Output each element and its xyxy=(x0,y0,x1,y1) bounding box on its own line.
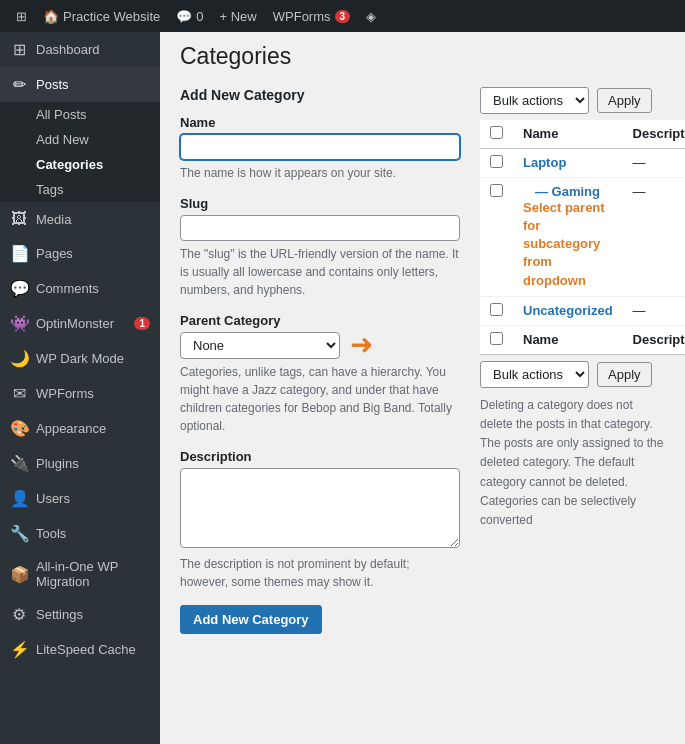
select-all-checkbox-bottom[interactable] xyxy=(490,332,503,345)
apply-button-bottom[interactable]: Apply xyxy=(597,362,652,387)
sidebar-item-media[interactable]: 🖼 Media xyxy=(0,202,160,236)
description-textarea[interactable] xyxy=(180,468,460,548)
category-table-section: Bulk actions Delete Apply xyxy=(480,87,665,634)
sidebar-label-plugins: Plugins xyxy=(36,456,79,471)
sidebar-item-tools[interactable]: 🔧 Tools xyxy=(0,516,160,551)
bulk-actions-select-top[interactable]: Bulk actions Delete xyxy=(480,87,589,114)
add-new-category-button[interactable]: Add New Category xyxy=(180,605,322,634)
sidebar-label-dashboard: Dashboard xyxy=(36,42,100,57)
wp-logo-icon: ⊞ xyxy=(16,9,27,24)
sidebar-label-appearance: Appearance xyxy=(36,421,106,436)
description-field: Description The description is not promi… xyxy=(180,449,460,591)
name-input[interactable] xyxy=(180,134,460,160)
table-row: — Gaming Select parent for subcategoryfr… xyxy=(480,177,685,296)
adminbar-extra[interactable]: ◈ xyxy=(358,0,384,32)
media-icon: 🖼 xyxy=(10,210,28,228)
sidebar-label-litespeed: LiteSpeed Cache xyxy=(36,642,136,657)
adminbar-logo[interactable]: ⊞ xyxy=(8,0,35,32)
comment-icon: 💬 xyxy=(176,9,192,24)
cat-name-laptop: Laptop xyxy=(513,148,623,177)
description-label: Description xyxy=(180,449,460,464)
name-field: Name The name is how it appears on your … xyxy=(180,115,460,182)
dark-mode-icon: 🌙 xyxy=(10,349,28,368)
posts-icon: ✏ xyxy=(10,75,28,94)
pages-icon: 📄 xyxy=(10,244,28,263)
main-content: Categories Add New Category Name The nam… xyxy=(160,32,685,744)
tablenav-bottom: Bulk actions Delete Apply xyxy=(480,361,665,388)
sidebar-item-settings[interactable]: ⚙ Settings xyxy=(0,597,160,632)
apply-button-top[interactable]: Apply xyxy=(597,88,652,113)
col-description-header: Description xyxy=(623,120,685,149)
sidebar-item-pages[interactable]: 📄 Pages xyxy=(0,236,160,271)
sidebar-item-wpforms[interactable]: ✉ WPForms xyxy=(0,376,160,411)
cat-desc-uncategorized: — xyxy=(623,296,685,325)
slug-input[interactable] xyxy=(180,215,460,241)
sidebar-label-wpforms: WPForms xyxy=(36,386,94,401)
sidebar-item-dashboard[interactable]: ⊞ Dashboard xyxy=(0,32,160,67)
sidebar-label-optinmonster: OptinMonster xyxy=(36,316,114,331)
sidebar-item-users[interactable]: 👤 Users xyxy=(0,481,160,516)
select-all-checkbox[interactable] xyxy=(490,126,503,139)
sidebar-label-posts: Posts xyxy=(36,77,69,92)
row-check-gaming xyxy=(480,177,513,296)
tools-icon: 🔧 xyxy=(10,524,28,543)
submenu-tags[interactable]: Tags xyxy=(0,177,160,202)
sidebar-item-litespeed[interactable]: ⚡ LiteSpeed Cache xyxy=(0,632,160,667)
parent-desc: Categories, unlike tags, can have a hier… xyxy=(180,363,460,435)
allinone-icon: 📦 xyxy=(10,565,28,584)
sidebar-item-posts[interactable]: ✏ Posts xyxy=(0,67,160,102)
sidebar-label-dark-mode: WP Dark Mode xyxy=(36,351,124,366)
tablenav-top: Bulk actions Delete Apply xyxy=(480,87,665,114)
bottom-note: Deleting a category does not delete the … xyxy=(480,396,665,530)
slug-desc: The "slug" is the URL-friendly version o… xyxy=(180,245,460,299)
dashboard-icon: ⊞ xyxy=(10,40,28,59)
plugins-icon: 🔌 xyxy=(10,454,28,473)
arrow-annotation-icon: ➜ xyxy=(350,328,373,361)
row-check-uncategorized xyxy=(480,296,513,325)
annotation-text: Select parent for subcategoryfrom dropdo… xyxy=(523,200,605,288)
adminbar-new[interactable]: + New xyxy=(212,0,265,32)
cat-link-uncategorized[interactable]: Uncategorized xyxy=(523,303,613,318)
form-section-title: Add New Category xyxy=(180,87,460,103)
cat-desc-laptop: — xyxy=(623,148,685,177)
adminbar-comments[interactable]: 💬 0 xyxy=(168,0,211,32)
parent-category-select[interactable]: None Laptop Gaming xyxy=(180,332,340,359)
row-check-laptop xyxy=(480,148,513,177)
sidebar-item-allinone[interactable]: 📦 All-in-One WP Migration xyxy=(0,551,160,597)
sidebar-item-appearance[interactable]: 🎨 Appearance xyxy=(0,411,160,446)
sidebar-item-comments[interactable]: 💬 Comments xyxy=(0,271,160,306)
row-checkbox-gaming[interactable] xyxy=(490,184,503,197)
add-category-form: Add New Category Name The name is how it… xyxy=(180,87,460,634)
cat-link-laptop[interactable]: Laptop xyxy=(523,155,566,170)
sidebar-item-optinmonster[interactable]: 👾 OptinMonster 1 xyxy=(0,306,160,341)
col-check-footer xyxy=(480,325,513,354)
adminbar-site[interactable]: 🏠 Practice Website xyxy=(35,0,168,32)
row-checkbox-uncategorized[interactable] xyxy=(490,303,503,316)
admin-sidebar: ⊞ Dashboard ✏ Posts All Posts Add New Ca… xyxy=(0,32,160,744)
submenu-add-new[interactable]: Add New xyxy=(0,127,160,152)
admin-bar: ⊞ 🏠 Practice Website 💬 0 + New WPForms 3… xyxy=(0,0,685,32)
submenu-all-posts[interactable]: All Posts xyxy=(0,102,160,127)
cat-name-uncategorized: Uncategorized xyxy=(513,296,623,325)
description-note: The description is not prominent by defa… xyxy=(180,555,460,591)
wpforms-badge: 3 xyxy=(335,10,351,23)
sidebar-label-settings: Settings xyxy=(36,607,83,622)
col-description-footer: Description xyxy=(623,325,685,354)
extra-icon: ◈ xyxy=(366,9,376,24)
optinmonster-icon: 👾 xyxy=(10,314,28,333)
parent-label: Parent Category xyxy=(180,313,460,328)
comments-count: 0 xyxy=(196,9,203,24)
adminbar-wpforms[interactable]: WPForms 3 xyxy=(265,0,358,32)
cat-link-gaming[interactable]: — Gaming xyxy=(535,184,600,199)
sidebar-label-comments: Comments xyxy=(36,281,99,296)
bulk-actions-select-bottom[interactable]: Bulk actions Delete xyxy=(480,361,589,388)
sidebar-item-plugins[interactable]: 🔌 Plugins xyxy=(0,446,160,481)
row-checkbox-laptop[interactable] xyxy=(490,155,503,168)
sidebar-item-wp-dark-mode[interactable]: 🌙 WP Dark Mode xyxy=(0,341,160,376)
posts-submenu: All Posts Add New Categories Tags xyxy=(0,102,160,202)
wpforms-sidebar-icon: ✉ xyxy=(10,384,28,403)
col-check-header xyxy=(480,120,513,149)
submenu-categories[interactable]: Categories xyxy=(0,152,160,177)
appearance-icon: 🎨 xyxy=(10,419,28,438)
sidebar-label-tools: Tools xyxy=(36,526,66,541)
